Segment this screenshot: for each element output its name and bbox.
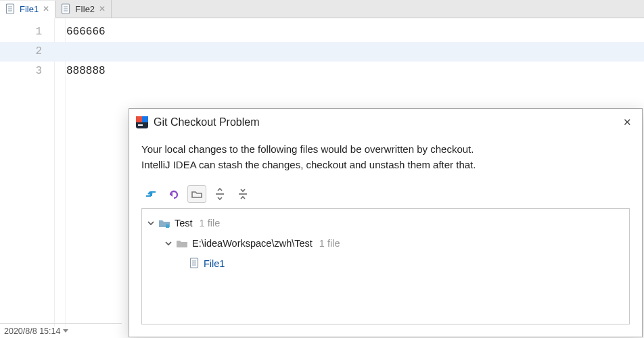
svg-rect-11 [138, 124, 143, 126]
svg-rect-9 [136, 116, 142, 122]
tab-label: FIle2 [75, 4, 95, 14]
editor-tabs: File1 ✕ FIle2 ✕ [0, 0, 644, 18]
tree-root[interactable]: Test 1 file [147, 213, 624, 233]
chevron-down-icon[interactable] [147, 220, 154, 226]
status-datetime: 2020/8/8 15:14 [4, 327, 60, 336]
tab-file2[interactable]: FIle2 ✕ [55, 0, 112, 18]
svg-rect-10 [142, 116, 148, 122]
merge-arrows-icon[interactable] [141, 185, 160, 203]
group-by-directory-icon[interactable] [187, 185, 206, 203]
git-checkout-problem-dialog: Git Checkout Problem ✕ Your local change… [129, 108, 643, 337]
dialog-toolbar [129, 183, 642, 208]
chevron-down-icon[interactable] [63, 329, 68, 333]
tree-file-label: File1 [204, 258, 225, 269]
svg-rect-14 [166, 224, 169, 228]
expand-all-icon[interactable] [210, 185, 229, 203]
dialog-message-line: Your local changes to the following file… [141, 141, 630, 157]
changed-files-tree[interactable]: Test 1 file E:\ideaWorkspace\zwh\Test 1 … [141, 208, 630, 325]
tree-node-meta: 1 file [200, 218, 221, 228]
tree-folder[interactable]: E:\ideaWorkspace\zwh\Test 1 file [147, 233, 624, 254]
code-line [54, 42, 644, 62]
collapse-all-icon[interactable] [233, 185, 252, 203]
dialog-title: Git Checkout Problem [154, 116, 614, 128]
intellij-logo-icon [136, 116, 148, 128]
line-number: 2 [0, 42, 54, 62]
tab-label: File1 [20, 4, 39, 14]
dialog-message: Your local changes to the following file… [129, 135, 642, 183]
line-number: 3 [0, 62, 42, 81]
folder-icon [176, 238, 188, 249]
status-bar: 2020/8/8 15:14 [0, 323, 122, 338]
chevron-down-icon[interactable] [165, 240, 172, 247]
dialog-message-line: IntelliJ IDEA can stash the changes, che… [141, 157, 630, 172]
close-icon[interactable]: ✕ [43, 5, 49, 13]
tree-file[interactable]: File1 [147, 254, 624, 274]
dialog-titlebar: Git Checkout Problem ✕ [129, 109, 642, 135]
line-number: 1 [0, 22, 42, 42]
file-icon [189, 258, 200, 269]
close-icon[interactable]: ✕ [99, 5, 106, 13]
tree-node-label: E:\ideaWorkspace\zwh\Test [192, 238, 313, 249]
line-gutter: 1 2 3 [0, 18, 54, 327]
close-icon[interactable]: ✕ [619, 114, 635, 130]
code-line: 888888 [66, 62, 644, 81]
undo-icon[interactable] [164, 185, 183, 203]
tab-file1[interactable]: File1 ✕ [0, 1, 55, 18]
code-line: 666666 [66, 22, 644, 42]
file-icon [5, 3, 16, 15]
tree-node-meta: 1 file [319, 238, 340, 249]
tree-node-label: Test [175, 218, 193, 228]
file-icon [61, 3, 71, 15]
project-folder-icon [158, 218, 170, 228]
